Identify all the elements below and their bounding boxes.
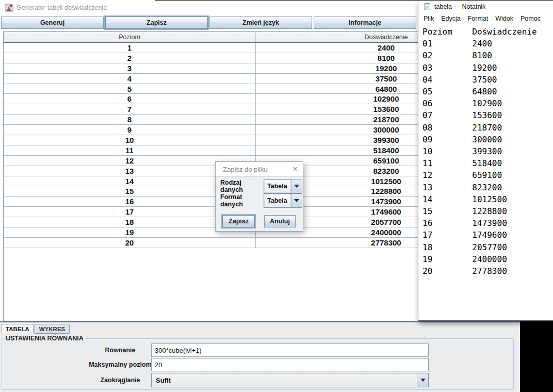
java-app-icon: [5, 3, 14, 12]
notepad-menubar: Plik Edycja Format Widok Pomoc: [419, 13, 553, 24]
menu-edycja[interactable]: Edycja: [437, 13, 464, 24]
rounding-selected-value: Sufit: [152, 377, 417, 384]
save-dialog-title: Zapisz do pliku: [223, 166, 268, 173]
notepad-icon: [423, 2, 431, 10]
chevron-down-icon: [420, 379, 426, 384]
level-cell: 3: [4, 63, 256, 73]
menu-widok[interactable]: Widok: [492, 13, 517, 24]
level-cell: 1: [4, 43, 256, 53]
tab-wykres[interactable]: WYKRES: [35, 324, 70, 334]
app-title: Generator tabeli doświadczenia: [17, 4, 107, 11]
equation-settings-legend: USTAWIENIA RÓWNANIA: [4, 335, 86, 342]
data-kind-selected-value: Tabela: [264, 179, 291, 193]
informacje-button[interactable]: Informacje: [314, 17, 416, 29]
chevron-down-icon: [294, 199, 299, 205]
level-cell: 20: [4, 238, 256, 248]
menu-plik[interactable]: Plik: [420, 13, 437, 24]
screen-top-edge: [155, 0, 553, 1]
close-icon[interactable]: ✕: [292, 165, 298, 173]
notepad-text-area[interactable]: Poziom Doświadczenie 01 2400 02 8100 03 …: [422, 26, 537, 277]
zapisz-button[interactable]: Zapisz: [105, 17, 208, 29]
save-dialog-titlebar: Zapisz do pliku ✕: [216, 162, 303, 177]
desktop: Generator tabeli doświadczenia Generuj Z…: [0, 0, 553, 392]
column-header-poziom[interactable]: Poziom: [4, 32, 256, 42]
dialog-save-button[interactable]: Zapisz: [222, 215, 255, 227]
notepad-title: tabela — Notatnik: [434, 3, 485, 10]
zmien-jezyk-button[interactable]: Zmień język: [209, 17, 312, 29]
max-level-input[interactable]: [151, 358, 429, 371]
level-cell: 9: [4, 125, 256, 135]
rounding-dropdown-button[interactable]: [417, 373, 428, 387]
menu-format[interactable]: Format: [464, 13, 492, 24]
save-dialog: Zapisz do pliku ✕ Rodzaj danych Tabela F…: [215, 161, 303, 232]
chevron-down-icon: [294, 185, 299, 190]
data-format-label: Format danych: [220, 193, 264, 208]
level-cell: 6: [4, 94, 256, 104]
data-format-selected-value: Tabela: [264, 194, 291, 207]
level-cell: 7: [4, 104, 256, 114]
data-kind-select[interactable]: Tabela: [264, 179, 302, 193]
rounding-select[interactable]: Sufit: [151, 373, 429, 387]
level-cell: 2: [4, 53, 256, 63]
equation-label: Równanie: [82, 344, 159, 357]
equation-input[interactable]: [151, 344, 429, 357]
data-format-select[interactable]: Tabela: [264, 193, 302, 208]
generuj-button[interactable]: Generuj: [1, 17, 104, 29]
tab-tabela[interactable]: TABELA: [2, 324, 34, 334]
level-cell: 5: [4, 84, 256, 94]
rounding-label: Zaokrąglanie: [82, 373, 159, 387]
level-cell: 11: [4, 145, 256, 155]
data-format-dropdown-button[interactable]: [291, 194, 302, 207]
level-cell: 10: [4, 135, 256, 145]
dialog-cancel-button[interactable]: Anuluj: [264, 215, 296, 227]
data-kind-label: Rodzaj danych: [220, 179, 264, 193]
level-cell: 4: [4, 74, 256, 84]
menu-pomoc[interactable]: Pomoc: [517, 13, 544, 24]
data-kind-dropdown-button[interactable]: [291, 179, 302, 193]
bottom-panel: TABELA WYKRES USTAWIENIA RÓWNANIA Równan…: [0, 321, 520, 392]
max-level-label: Maksymalny poziom: [82, 358, 159, 371]
notepad-window: tabela — Notatnik Plik Edycja Format Wid…: [418, 0, 553, 321]
level-cell: 8: [4, 115, 256, 124]
